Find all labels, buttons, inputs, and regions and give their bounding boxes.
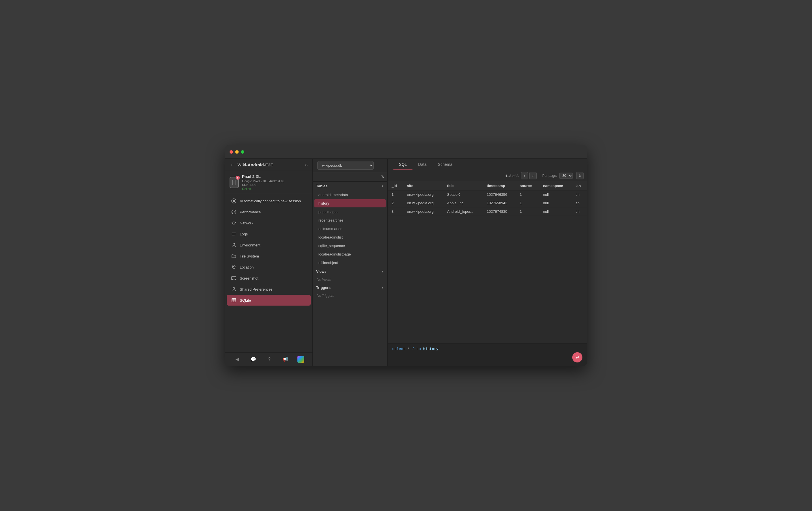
sidebar-title: Wiki-Android-E2E [237,162,302,167]
prefs-icon [231,287,236,292]
svg-point-13 [233,288,235,289]
tab-sql[interactable]: SQL [393,159,412,170]
table-item-history[interactable]: history [314,199,386,207]
wifi-icon [231,220,236,225]
cell-lan-1: en [572,190,587,199]
table-item-pageimages[interactable]: pageimages [314,208,386,216]
minimize-button[interactable] [235,150,239,154]
col-header-lan: lan [572,181,587,190]
sidebar-item-label-network: Network [240,221,253,225]
device-details: Pixel 2 XL Google Pixel 2 XL | Android 1… [242,174,308,190]
table-item-android_metadata[interactable]: android_metadata [314,191,386,199]
svg-point-3 [233,200,235,202]
close-button[interactable] [230,150,233,154]
pixel-icon[interactable] [297,356,304,363]
table-item-recentsearches[interactable]: recentsearches [314,216,386,224]
phone-svg [232,180,236,185]
device-sdk: SDK 1.3.0 [242,183,308,186]
table-item-sqlite_sequence[interactable]: sqlite_sequence [314,242,386,250]
sidebar-item-network[interactable]: Network [227,218,311,228]
cell-title-2: Apple_Inc. [443,199,483,207]
maximize-button[interactable] [241,150,244,154]
back-button[interactable]: ← [230,162,235,167]
device-name: Pixel 2 XL [242,174,308,179]
help-button[interactable]: ? [266,356,273,363]
sidebar-item-screenshot[interactable]: Screenshot [227,273,311,284]
chat-button[interactable]: 💬 [248,355,258,363]
sql-keyword-select: select [392,347,405,351]
sql-operator: * [408,347,412,351]
tables-section-header[interactable]: Tables ▼ [313,182,387,190]
sidebar-item-performance[interactable]: Performance [227,207,311,217]
db-selector-bar: wikipedia.db [313,159,387,172]
table-row-3[interactable]: 3en.wikipedia.orgAndroid_(oper...1027674… [388,207,587,216]
triggers-section-label: Triggers [316,286,330,290]
sql-editor[interactable]: select * from history ↵ [388,343,587,366]
folder-icon [231,253,236,259]
sidebar-item-environment[interactable]: Environment [227,240,311,250]
table-row-1[interactable]: 1en.wikipedia.orgSpaceX10276463561nullen [388,190,587,199]
tables-section-label: Tables [316,184,327,188]
collapse-button[interactable]: ◀ [233,355,241,363]
cell-source-1: 1 [516,190,539,199]
tab-bar: SQL Data Schema [388,159,587,170]
triggers-section-header[interactable]: Triggers ▼ [313,283,387,292]
cell-site-2: en.wikipedia.org [403,199,443,207]
db-icon [231,298,236,303]
tables-refresh-button[interactable]: ↻ [381,174,384,179]
person-icon [231,242,236,248]
announce-button[interactable]: 📢 [280,355,290,363]
sql-run-button[interactable]: ↵ [572,352,582,362]
col-header-namespace: namespace [539,181,572,190]
table-row-2[interactable]: 2en.wikipedia.orgApple_Inc.10276589431nu… [388,199,587,207]
sidebar-item-label-logs: Logs [240,232,248,236]
cell-source-3: 1 [516,207,539,216]
col-header-timestamp: timestamp [483,181,516,190]
table-item-localreadinglist[interactable]: localreadinglist [314,233,386,241]
search-button[interactable]: ⌕ [305,162,308,167]
location-icon [231,265,236,270]
device-info: 6 Pixel 2 XL Google Pixel 2 XL | Android… [225,171,312,194]
db-selector[interactable]: wikipedia.db [317,161,374,170]
tables-arrow-icon: ▼ [381,185,384,188]
triggers-arrow-icon: ▼ [381,286,384,289]
per-page-select[interactable]: 30 [559,172,573,179]
table-item-offlineobject[interactable]: offlineobject [314,259,386,267]
sidebar-item-logs[interactable]: Logs [227,228,311,239]
tables-panel: wikipedia.db ↻ Tables ▼ android_metadata… [313,159,388,366]
triggers-empty: No Triggers [313,292,387,299]
cell-timestamp-1: 1027646356 [483,190,516,199]
sidebar-item-auto-connect[interactable]: Automatically connect to new session [227,195,311,206]
table-body: 1en.wikipedia.orgSpaceX10276463561nullen… [388,190,587,216]
col-header-site: site [403,181,443,190]
sidebar-item-label-sqlite: SQLite [240,298,251,302]
svg-point-1 [234,184,234,185]
cell-source-2: 1 [516,199,539,207]
sidebar-item-file-system[interactable]: File System [227,251,311,262]
tab-data[interactable]: Data [412,159,432,170]
screenshot-icon [231,276,236,281]
tab-schema[interactable]: Schema [432,159,458,170]
table-item-localreadinglistpage[interactable]: localreadinglistpage [314,250,386,258]
sidebar-item-label-screenshot: Screenshot [240,276,258,280]
sql-table-name: history [423,347,438,351]
table-list: android_metadatahistorypageimagesrecents… [313,190,387,267]
cell-site-1: en.wikipedia.org [403,190,443,199]
col-header-source: source [516,181,539,190]
table-item-editsummaries[interactable]: editsummaries [314,225,386,233]
screenshot-svg [231,276,236,281]
sidebar-item-label-environment: Environment [240,243,260,247]
toolbar-refresh-button[interactable]: ↻ [576,172,584,179]
sidebar-item-label-filesystem: File System [240,254,259,258]
views-section-header[interactable]: Views ▼ [313,267,387,276]
next-page-button[interactable]: › [529,172,536,179]
prev-page-button[interactable]: ‹ [521,172,528,179]
wifi-svg [231,220,236,225]
sidebar-item-sqlite[interactable]: SQLite [227,295,311,305]
sidebar-item-location[interactable]: Location [227,262,311,272]
device-icon-wrap: 6 [230,177,239,188]
cell-site-3: en.wikipedia.org [403,207,443,216]
titlebar [225,145,587,159]
pagination-total: 3 [517,174,519,178]
sidebar-item-shared-preferences[interactable]: Shared Preferences [227,284,311,295]
